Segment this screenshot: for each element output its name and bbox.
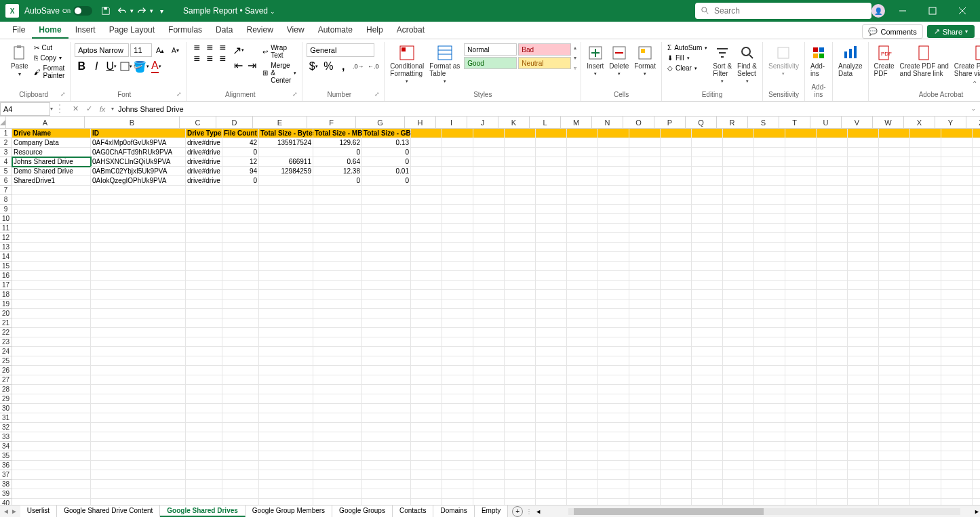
cell[interactable] xyxy=(473,195,505,205)
cell[interactable] xyxy=(754,337,785,347)
cell[interactable] xyxy=(785,432,817,442)
bold-button[interactable]: B xyxy=(75,60,88,73)
cell[interactable] xyxy=(362,499,411,505)
cell[interactable] xyxy=(692,309,723,318)
cell[interactable] xyxy=(567,394,598,404)
cell[interactable] xyxy=(661,138,692,148)
cell[interactable] xyxy=(536,129,567,138)
cell[interactable] xyxy=(473,432,505,442)
cell[interactable] xyxy=(536,451,567,461)
row-header[interactable]: 24 xyxy=(0,347,12,356)
format-painter-button[interactable]: 🖌Format Painter xyxy=(33,64,66,80)
cell[interactable] xyxy=(661,299,692,309)
cell[interactable] xyxy=(941,432,973,442)
cell[interactable] xyxy=(259,499,313,505)
cell[interactable] xyxy=(879,328,910,337)
cell[interactable] xyxy=(473,499,505,505)
cell[interactable] xyxy=(785,214,817,224)
cell[interactable] xyxy=(754,224,785,233)
cell[interactable] xyxy=(661,157,692,167)
cell[interactable] xyxy=(598,138,629,148)
cell[interactable] xyxy=(411,318,442,328)
cell[interactable] xyxy=(661,167,692,176)
cell[interactable] xyxy=(817,299,848,309)
font-name-input[interactable] xyxy=(75,43,129,57)
font-color-button[interactable]: A▾ xyxy=(149,60,163,73)
cell[interactable] xyxy=(411,404,442,413)
cell[interactable] xyxy=(629,148,661,157)
cell[interactable] xyxy=(91,186,186,195)
cell[interactable] xyxy=(941,489,973,499)
cell[interactable] xyxy=(848,271,879,281)
cell[interactable] xyxy=(362,356,411,366)
cell[interactable]: 0.64 xyxy=(313,157,362,167)
cell[interactable] xyxy=(473,157,505,167)
cell[interactable] xyxy=(723,290,754,299)
cell[interactable] xyxy=(505,480,536,489)
cell[interactable] xyxy=(879,214,910,224)
cell[interactable] xyxy=(259,489,313,499)
cell[interactable] xyxy=(505,148,536,157)
cell[interactable] xyxy=(692,423,723,432)
cell[interactable] xyxy=(567,413,598,423)
cell[interactable] xyxy=(186,205,222,214)
cell[interactable] xyxy=(692,404,723,413)
cell[interactable] xyxy=(536,318,567,328)
cell[interactable] xyxy=(222,214,259,224)
cell[interactable] xyxy=(848,138,879,148)
cell[interactable] xyxy=(12,470,91,480)
search-input[interactable] xyxy=(714,6,866,16)
cell[interactable] xyxy=(91,195,186,205)
row-header[interactable]: 37 xyxy=(0,470,12,480)
cell[interactable] xyxy=(941,470,973,480)
cell[interactable] xyxy=(313,499,362,505)
decrease-indent-button[interactable]: ⇤ xyxy=(231,58,245,72)
cell[interactable] xyxy=(661,366,692,375)
cell[interactable] xyxy=(442,347,473,356)
row-header[interactable]: 18 xyxy=(0,290,12,299)
delete-cells-button[interactable]: Delete▾ xyxy=(608,43,630,78)
cell[interactable] xyxy=(259,328,313,337)
cell[interactable] xyxy=(692,252,723,262)
cell[interactable] xyxy=(723,499,754,505)
cell[interactable]: ID xyxy=(91,129,186,138)
cell[interactable] xyxy=(313,290,362,299)
row-header[interactable]: 2 xyxy=(0,138,12,148)
cell[interactable] xyxy=(473,356,505,366)
cell[interactable] xyxy=(598,404,629,413)
cell[interactable] xyxy=(817,394,848,404)
cell[interactable] xyxy=(411,129,442,138)
cell[interactable] xyxy=(567,375,598,385)
cell[interactable] xyxy=(941,480,973,489)
cell[interactable] xyxy=(186,385,222,394)
cell[interactable] xyxy=(222,262,259,271)
cell[interactable] xyxy=(723,394,754,404)
cell[interactable] xyxy=(723,157,754,167)
cell[interactable] xyxy=(785,366,817,375)
cell[interactable] xyxy=(567,337,598,347)
cell[interactable]: 0 xyxy=(313,148,362,157)
cell[interactable] xyxy=(661,470,692,480)
cell[interactable] xyxy=(661,243,692,252)
add-sheet-button[interactable]: + xyxy=(512,506,523,517)
cell[interactable] xyxy=(785,129,817,138)
cell[interactable] xyxy=(362,195,411,205)
cell[interactable] xyxy=(313,252,362,262)
cell[interactable] xyxy=(941,138,973,148)
cell[interactable] xyxy=(941,233,973,243)
cell[interactable] xyxy=(442,309,473,318)
row-header[interactable]: 27 xyxy=(0,375,12,385)
cell[interactable] xyxy=(411,167,442,176)
cell[interactable] xyxy=(941,461,973,470)
cell[interactable] xyxy=(536,309,567,318)
cell[interactable] xyxy=(723,309,754,318)
cell[interactable] xyxy=(222,337,259,347)
cell[interactable] xyxy=(692,375,723,385)
orientation-button[interactable]: ↗▾ xyxy=(231,43,245,57)
cell[interactable] xyxy=(629,262,661,271)
cell[interactable] xyxy=(910,480,941,489)
cell[interactable] xyxy=(567,176,598,186)
cell-style-normal[interactable]: Normal xyxy=(464,43,517,56)
cell[interactable] xyxy=(879,243,910,252)
cell[interactable] xyxy=(848,176,879,186)
